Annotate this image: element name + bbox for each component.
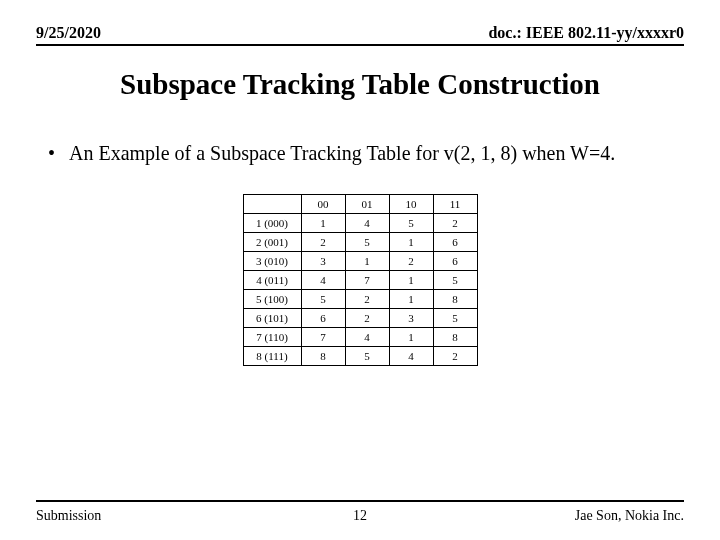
cell: 4 (301, 271, 345, 290)
cell: 5 (345, 347, 389, 366)
cell: 1 (301, 214, 345, 233)
cell: 2 (345, 290, 389, 309)
table-row: 1 (000) 1 4 5 2 (243, 214, 477, 233)
row-label: 4 (011) (243, 271, 301, 290)
col-header: 10 (389, 195, 433, 214)
table-row: 8 (111) 8 5 4 2 (243, 347, 477, 366)
cell: 4 (389, 347, 433, 366)
cell: 6 (301, 309, 345, 328)
cell: 1 (345, 252, 389, 271)
cell: 5 (345, 233, 389, 252)
cell: 7 (345, 271, 389, 290)
col-header: 11 (433, 195, 477, 214)
cell: 2 (389, 252, 433, 271)
cell: 5 (433, 309, 477, 328)
cell: 2 (433, 214, 477, 233)
table-row: 4 (011) 4 7 1 5 (243, 271, 477, 290)
cell: 1 (389, 233, 433, 252)
cell: 8 (433, 328, 477, 347)
cell: 1 (389, 271, 433, 290)
cell: 8 (433, 290, 477, 309)
cell: 5 (301, 290, 345, 309)
cell: 8 (301, 347, 345, 366)
footer-left: Submission (36, 508, 101, 524)
cell: 2 (433, 347, 477, 366)
table-header-row: 00 01 10 11 (243, 195, 477, 214)
table-row: 2 (001) 2 5 1 6 (243, 233, 477, 252)
footer-bar: Submission 12 Jae Son, Nokia Inc. (36, 508, 684, 524)
table-corner-cell (243, 195, 301, 214)
cell: 5 (433, 271, 477, 290)
col-header: 01 (345, 195, 389, 214)
row-label: 5 (100) (243, 290, 301, 309)
cell: 2 (345, 309, 389, 328)
cell: 3 (301, 252, 345, 271)
bullet-dot-icon: • (48, 141, 55, 166)
table-row: 5 (100) 5 2 1 8 (243, 290, 477, 309)
row-label: 3 (010) (243, 252, 301, 271)
col-header: 00 (301, 195, 345, 214)
table-wrapper: 00 01 10 11 1 (000) 1 4 5 2 2 (001) 2 5 (36, 194, 684, 366)
row-label: 8 (111) (243, 347, 301, 366)
page-title: Subspace Tracking Table Construction (36, 68, 684, 101)
cell: 1 (389, 290, 433, 309)
cell: 2 (301, 233, 345, 252)
table-row: 6 (101) 6 2 3 5 (243, 309, 477, 328)
row-label: 7 (110) (243, 328, 301, 347)
cell: 7 (301, 328, 345, 347)
tracking-table: 00 01 10 11 1 (000) 1 4 5 2 2 (001) 2 5 (243, 194, 478, 366)
footer-right: Jae Son, Nokia Inc. (575, 508, 684, 524)
row-label: 2 (001) (243, 233, 301, 252)
cell: 6 (433, 233, 477, 252)
table-row: 3 (010) 3 1 2 6 (243, 252, 477, 271)
row-label: 1 (000) (243, 214, 301, 233)
table-row: 7 (110) 7 4 1 8 (243, 328, 477, 347)
bullet-item: • An Example of a Subspace Tracking Tabl… (48, 141, 684, 166)
bullet-text: An Example of a Subspace Tracking Table … (69, 141, 615, 166)
cell: 1 (389, 328, 433, 347)
cell: 5 (389, 214, 433, 233)
footer-rule (36, 500, 684, 502)
header-date: 9/25/2020 (36, 24, 101, 42)
cell: 6 (433, 252, 477, 271)
cell: 4 (345, 328, 389, 347)
header-docref: doc.: IEEE 802.11-yy/xxxxr0 (488, 24, 684, 42)
header-bar: 9/25/2020 doc.: IEEE 802.11-yy/xxxxr0 (36, 24, 684, 42)
cell: 4 (345, 214, 389, 233)
row-label: 6 (101) (243, 309, 301, 328)
slide-page: 9/25/2020 doc.: IEEE 802.11-yy/xxxxr0 Su… (0, 0, 720, 540)
cell: 3 (389, 309, 433, 328)
header-rule (36, 44, 684, 46)
